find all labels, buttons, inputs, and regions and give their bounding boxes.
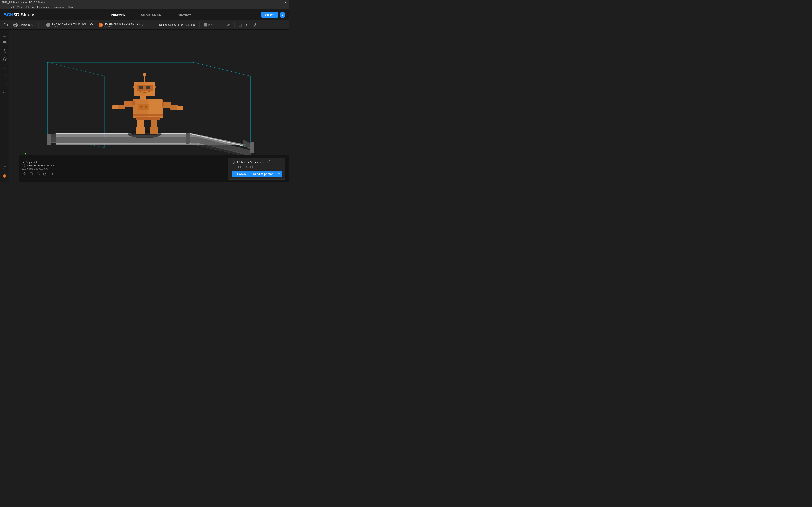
svg-rect-64 (250, 143, 254, 153)
material-slot-2[interactable]: BCN3D Filaments Orange PLA 0.4mm ◀ (96, 21, 145, 29)
sidebar-shield-1[interactable] (1, 164, 8, 172)
tab-smartslice[interactable]: SMARTSLICE (134, 11, 169, 18)
minimize-button[interactable]: — (273, 1, 277, 4)
print-details: 128g · 16.04m (232, 165, 282, 169)
svg-rect-39 (138, 104, 149, 110)
svg-rect-10 (3, 82, 6, 85)
svg-rect-1 (14, 25, 17, 26)
left-sidebar (0, 30, 9, 182)
infill-icon (204, 23, 208, 27)
svg-rect-45 (112, 105, 118, 109)
sidebar-tool-6[interactable] (1, 79, 8, 87)
printer-selector[interactable]: Sigma D25 ◀ (11, 22, 39, 28)
svg-rect-63 (47, 134, 51, 145)
viewport[interactable]: ▲ Object list SD25_EP Robot - statue 116… (9, 30, 289, 182)
menu-file[interactable]: File (1, 5, 8, 9)
toolbar-divider-4 (218, 22, 218, 28)
toolbar-divider-5 (234, 22, 235, 28)
svg-point-41 (145, 106, 147, 108)
material1-name: BCN3D Filaments White Tough PLA (52, 22, 93, 25)
sidebar-tool-1[interactable] (1, 39, 8, 47)
clock-icon (232, 160, 235, 164)
adhesion-selector[interactable]: On (237, 22, 248, 28)
info-icon[interactable] (267, 160, 270, 164)
material-slot-1[interactable]: BCN3D Filaments White Tough PLA 0.4mm (44, 21, 95, 29)
quality-icon (152, 23, 156, 27)
window-title: SD25_EP Robot - statue - BCN3D Stratos (2, 1, 273, 4)
title-bar: SD25_EP Robot - statue - BCN3D Stratos —… (0, 0, 289, 5)
toolbar-divider-3 (199, 22, 200, 28)
preview-button[interactable]: Preview (232, 171, 250, 177)
slot-badge-2 (99, 23, 103, 27)
sidebar-tool-4[interactable] (1, 63, 8, 71)
sidebar-tool-5[interactable] (1, 71, 8, 79)
sidebar-tool-2[interactable] (1, 47, 8, 55)
object-list-label: Object list (26, 161, 37, 164)
svg-rect-49 (133, 101, 135, 105)
svg-marker-69 (24, 153, 26, 154)
menu-bar: File Edit View Settings Extensions Prefe… (0, 5, 289, 9)
user-avatar[interactable]: E (280, 12, 286, 18)
send-dropdown-button[interactable]: ▾ (276, 171, 282, 177)
menu-extensions[interactable]: Extensions (36, 5, 50, 9)
object-info: ▲ Object list SD25_EP Robot - statue 116… (22, 161, 54, 176)
svg-point-40 (140, 106, 143, 108)
material2-name: BCN3D Filaments Orange PLA (104, 22, 139, 25)
slot-badge-1 (46, 23, 50, 27)
obj-action-5[interactable] (49, 171, 54, 176)
sidebar-tool-3[interactable] (1, 55, 8, 63)
print-weight: 128g (235, 165, 241, 168)
toolbar-divider-1 (41, 22, 42, 28)
menu-help[interactable]: Help (66, 5, 74, 9)
close-button[interactable]: ✕ (284, 1, 287, 4)
main-content: ▲ Object list SD25_EP Robot - statue 116… (0, 30, 289, 182)
svg-rect-47 (170, 105, 178, 110)
object-name: SD25_EP Robot - statue (26, 164, 54, 167)
edit-settings-button[interactable] (251, 21, 258, 28)
svg-rect-50 (161, 102, 164, 106)
quality-selector[interactable]: 3Dn Lab Quality - Fine - 0.15mm (150, 22, 197, 28)
svg-rect-48 (177, 106, 183, 110)
print-actions: Preview Send to printer ▾ (232, 171, 282, 177)
obj-action-3[interactable] (36, 171, 41, 176)
chevron-up-icon: ▲ (22, 161, 24, 164)
svg-rect-74 (30, 173, 33, 175)
tab-preview[interactable]: PREVIEW (169, 11, 199, 18)
object-list-toggle[interactable]: ▲ Object list (22, 161, 54, 164)
support-icon (222, 23, 226, 27)
material1-size: 0.4mm (52, 25, 93, 28)
pencil-icon (22, 164, 25, 167)
obj-action-2[interactable] (29, 171, 34, 176)
tab-prepare[interactable]: PREPARE (103, 11, 134, 18)
support-selector[interactable]: Off (220, 22, 232, 28)
sidebar-shield-2[interactable] (1, 172, 8, 180)
sidebar-tool-open[interactable] (1, 31, 8, 39)
svg-rect-3 (239, 26, 242, 26)
maximize-button[interactable]: □ (279, 1, 282, 4)
infill-selector[interactable]: 20% (202, 22, 215, 28)
app-logo: BCN3D Stratos (3, 12, 36, 17)
sidebar-tool-7[interactable] (1, 88, 8, 95)
menu-edit[interactable]: Edit (8, 5, 15, 9)
svg-rect-33 (150, 127, 158, 134)
toolbar-divider-2 (148, 22, 148, 28)
menu-settings[interactable]: Settings (24, 5, 36, 9)
printer-icon (13, 22, 18, 27)
svg-rect-44 (117, 105, 125, 109)
obj-action-4[interactable] (42, 171, 47, 176)
weight-icon (232, 166, 235, 169)
obj-action-1[interactable] (22, 171, 27, 176)
svg-rect-55 (139, 86, 143, 89)
svg-rect-59 (133, 86, 135, 88)
menu-view[interactable]: View (15, 5, 24, 9)
support-label: Off (227, 23, 230, 26)
support-button[interactable]: Support (261, 12, 278, 17)
menu-preferences[interactable]: Preferences (50, 5, 66, 9)
svg-rect-2 (204, 23, 207, 26)
print-length: 16.04m (245, 165, 253, 168)
main-tabs: PREPARE SMARTSLICE PREVIEW (41, 11, 261, 18)
send-to-printer-button[interactable]: Send to printer (250, 171, 276, 177)
open-folder-button[interactable] (3, 21, 9, 28)
printer-chevron-icon: ◀ (35, 24, 36, 26)
printer-name: Sigma D25 (19, 23, 33, 26)
